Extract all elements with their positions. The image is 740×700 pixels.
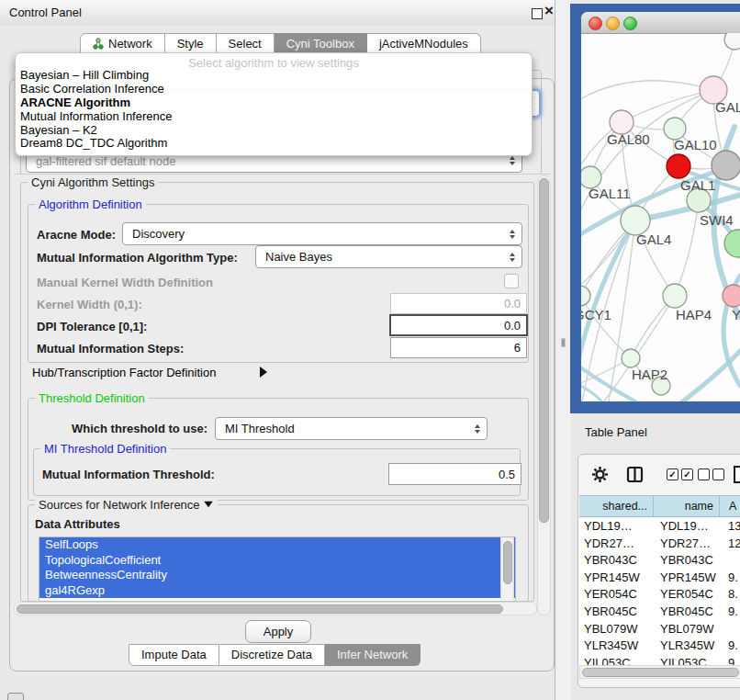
table-cell: YBR045C bbox=[660, 604, 713, 618]
tab-infer-network[interactable]: Infer Network bbox=[325, 644, 420, 666]
algorithm-option[interactable]: Bayesian – K2 bbox=[16, 124, 532, 138]
collapse-arrow-icon[interactable] bbox=[204, 502, 213, 507]
which-threshold-combo[interactable]: MI Threshold bbox=[215, 417, 488, 440]
algorithm-option[interactable]: Bayesian – Hill Climbing bbox=[16, 69, 532, 83]
network-view-frame: GALGAL80GAL10GAL1SWI4GAL11GAL4GCY1HAP4YH… bbox=[570, 4, 740, 413]
settings-vscrollbar[interactable] bbox=[537, 175, 551, 615]
table-cell: YDR27… bbox=[660, 536, 711, 550]
mi-steps-field[interactable]: 6 bbox=[390, 337, 527, 358]
which-threshold-label: Which threshold to use: bbox=[72, 422, 207, 435]
table-cell: 9. bbox=[728, 638, 738, 652]
minimized-panel-icon[interactable] bbox=[7, 693, 24, 700]
which-threshold-value: MI Threshold bbox=[216, 422, 295, 435]
table-row[interactable]: YBR043CYBR043C bbox=[578, 552, 740, 570]
list-scrollbar-thumb[interactable] bbox=[503, 541, 512, 584]
table-row[interactable]: YER054CYER054C8. bbox=[578, 586, 740, 604]
tab-label: Discretize Data bbox=[231, 648, 312, 661]
data-attribute-item[interactable]: BetweennessCentrality bbox=[39, 568, 515, 583]
algorithm-option[interactable]: Mutual Information Inference bbox=[16, 110, 532, 124]
tab-label: Select bbox=[229, 37, 262, 51]
expander-arrow-icon[interactable] bbox=[260, 367, 267, 380]
apply-button[interactable]: Apply bbox=[245, 620, 311, 643]
close-icon[interactable]: × bbox=[544, 2, 554, 20]
network-node-label: SWI4 bbox=[700, 212, 734, 228]
table-row[interactable]: YPR145WYPR145W9. bbox=[578, 570, 740, 587]
settings-hscrollbar-thumb[interactable] bbox=[17, 604, 503, 614]
data-attribute-item[interactable]: gal4RGexp bbox=[39, 583, 515, 599]
network-node-hap2[interactable] bbox=[622, 349, 640, 367]
data-attribute-item[interactable]: TopologicalCoefficient bbox=[39, 553, 515, 569]
table-cell: 9 bbox=[728, 656, 734, 665]
table-hscrollbar-thumb[interactable] bbox=[582, 668, 739, 677]
network-node[interactable] bbox=[724, 33, 740, 50]
column-header-partial[interactable]: A bbox=[720, 495, 740, 517]
network-node-gcy1[interactable] bbox=[581, 286, 590, 306]
mi-type-value: Naive Bayes bbox=[256, 250, 332, 264]
network-node-label: GAL4 bbox=[636, 231, 671, 247]
network-node-label: GAL bbox=[715, 99, 740, 115]
minimize-traffic-light[interactable] bbox=[606, 17, 620, 30]
manual-kernel-checkbox[interactable] bbox=[504, 274, 519, 288]
network-node-label: GAL1 bbox=[680, 177, 715, 193]
table-cell: YDR27… bbox=[584, 536, 634, 550]
aracne-mode-combo[interactable]: Discovery bbox=[122, 222, 522, 245]
tab-label: Infer Network bbox=[337, 648, 408, 661]
bottom-tabs: Impute Data Discretize Data Infer Networ… bbox=[129, 644, 420, 666]
settings-vscrollbar-thumb[interactable] bbox=[539, 178, 549, 523]
table-row[interactable]: YDL19…YDL19…13 bbox=[578, 518, 740, 536]
mi-threshold-title: MI Threshold Definition bbox=[40, 442, 170, 456]
table-cell: YDL19… bbox=[660, 519, 709, 533]
kernel-width-value: 0.0 bbox=[504, 297, 521, 310]
table-cell: 8. bbox=[728, 587, 738, 601]
kernel-width-label: Kernel Width (0,1): bbox=[37, 298, 142, 311]
algorithm-option[interactable]: Basic Correlation Inference bbox=[16, 83, 532, 96]
mi-type-combo[interactable]: Naive Bayes bbox=[255, 245, 522, 268]
network-window: GALGAL80GAL10GAL1SWI4GAL11GAL4GCY1HAP4YH… bbox=[581, 12, 740, 401]
network-node-label: GAL80 bbox=[607, 131, 650, 147]
columns-icon[interactable] bbox=[626, 466, 644, 486]
network-edge bbox=[679, 351, 740, 401]
zoom-traffic-light[interactable] bbox=[623, 17, 637, 30]
tab-discretize-data[interactable]: Discretize Data bbox=[219, 644, 325, 666]
network-node-y[interactable] bbox=[723, 285, 740, 307]
panel-divider[interactable] bbox=[555, 0, 571, 700]
data-attribute-item[interactable]: SelfLoops bbox=[39, 537, 515, 553]
divider-grip-icon[interactable] bbox=[561, 338, 566, 347]
list-scrollbar[interactable] bbox=[500, 537, 514, 600]
gear-icon[interactable] bbox=[591, 466, 609, 486]
sources-title: Sources for Network Inference bbox=[35, 498, 218, 512]
settings-hscrollbar[interactable] bbox=[14, 602, 537, 615]
deselect-all-checkboxes-icon[interactable] bbox=[698, 469, 727, 482]
new-table-icon[interactable] bbox=[733, 465, 740, 487]
column-header-name[interactable]: name bbox=[654, 495, 720, 517]
manual-kernel-label: Manual Kernel Width Definition bbox=[37, 276, 213, 289]
table-cell: 12 bbox=[728, 536, 740, 550]
column-header-shared-name[interactable]: shared... bbox=[579, 495, 654, 517]
select-all-checkboxes-icon[interactable]: ✓✓ bbox=[667, 469, 696, 482]
table-cell: YBL079W bbox=[584, 622, 638, 636]
table-row[interactable]: YBL079WYBL079W bbox=[578, 621, 740, 638]
table-row[interactable]: YLR345WYLR345W9. bbox=[578, 638, 740, 655]
table-row[interactable]: YBR045CYBR045C9. bbox=[578, 604, 740, 621]
table-rows: YDL19…YDL19…13YDR27…YDR27…12YBR043CYBR04… bbox=[578, 518, 740, 665]
network-node-gal1[interactable] bbox=[667, 154, 690, 178]
algorithm-option[interactable]: ARACNE Algorithm bbox=[16, 96, 532, 110]
table-hscrollbar[interactable] bbox=[579, 665, 740, 679]
table-row[interactable]: YDR27…YDR27…12 bbox=[578, 536, 740, 553]
network-node[interactable] bbox=[712, 151, 740, 180]
kernel-width-field[interactable]: 0.0 bbox=[390, 293, 527, 314]
float-window-icon[interactable] bbox=[532, 8, 543, 19]
algorithm-option[interactable]: Dream8 DC_TDC Algorithm bbox=[16, 137, 532, 151]
mi-steps-label: Mutual Information Steps: bbox=[37, 342, 184, 356]
network-window-titlebar[interactable] bbox=[581, 12, 740, 34]
screen: Control Panel × Network Style Select Cyn… bbox=[0, 0, 740, 700]
network-node-hap4[interactable] bbox=[663, 284, 687, 308]
tab-impute-data[interactable]: Impute Data bbox=[129, 644, 219, 666]
network-canvas[interactable]: GALGAL80GAL10GAL1SWI4GAL11GAL4GCY1HAP4YH… bbox=[581, 33, 740, 401]
network-node[interactable] bbox=[724, 230, 740, 257]
dpi-tolerance-field[interactable]: 0.0 bbox=[389, 314, 528, 336]
mi-threshold-field[interactable]: 0.5 bbox=[388, 463, 521, 485]
table-row[interactable]: YIL053CYIL053C9 bbox=[578, 655, 740, 665]
dpi-tolerance-label: DPI Tolerance [0,1]: bbox=[37, 320, 147, 333]
close-traffic-light[interactable] bbox=[589, 17, 602, 30]
